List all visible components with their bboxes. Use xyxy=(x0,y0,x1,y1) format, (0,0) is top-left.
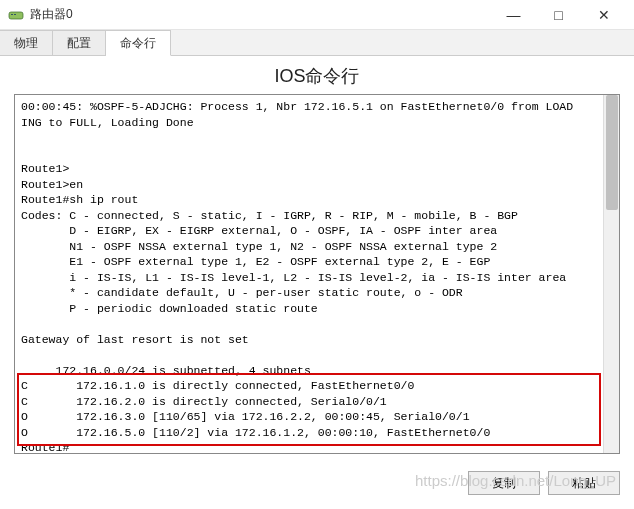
terminal-scrollbar[interactable] xyxy=(603,95,619,453)
terminal-line: i - IS-IS, L1 - IS-IS level-1, L2 - IS-I… xyxy=(21,271,566,284)
maximize-button[interactable]: □ xyxy=(536,1,581,29)
terminal-container: 00:00:45: %OSPF-5-ADJCHG: Process 1, Nbr… xyxy=(14,94,620,454)
action-buttons: 复制 粘贴 xyxy=(468,471,620,495)
paste-button[interactable]: 粘贴 xyxy=(548,471,620,495)
tab-bar: 物理 配置 命令行 xyxy=(0,30,634,56)
terminal-line: 00:00:45: %OSPF-5-ADJCHG: Process 1, Nbr… xyxy=(21,100,573,113)
terminal-line: Route1# xyxy=(21,441,69,454)
tab-physical[interactable]: 物理 xyxy=(0,30,53,55)
terminal-line: D - EIGRP, EX - EIGRP external, O - OSPF… xyxy=(21,224,497,237)
terminal-line: Codes: C - connected, S - static, I - IG… xyxy=(21,209,518,222)
terminal-output[interactable]: 00:00:45: %OSPF-5-ADJCHG: Process 1, Nbr… xyxy=(21,99,613,454)
router-icon xyxy=(8,7,24,23)
terminal-line: C 172.16.2.0 is directly connected, Seri… xyxy=(21,395,387,408)
terminal-line: Route1#sh ip rout xyxy=(21,193,138,206)
close-button[interactable]: ✕ xyxy=(581,1,626,29)
svg-rect-1 xyxy=(11,14,13,15)
content-title: IOS命令行 xyxy=(0,56,634,94)
terminal-line: ING to FULL, Loading Done xyxy=(21,116,194,129)
terminal-line: O 172.16.5.0 [110/2] via 172.16.1.2, 00:… xyxy=(21,426,490,439)
tab-config[interactable]: 配置 xyxy=(53,30,106,55)
scrollbar-thumb[interactable] xyxy=(606,95,618,210)
terminal-line: Route1> xyxy=(21,162,69,175)
terminal-line: C 172.16.1.0 is directly connected, Fast… xyxy=(21,379,414,392)
terminal-line: P - periodic downloaded static route xyxy=(21,302,318,315)
terminal-line: O 172.16.3.0 [110/65] via 172.16.2.2, 00… xyxy=(21,410,470,423)
terminal-line: Gateway of last resort is not set xyxy=(21,333,249,346)
svg-rect-2 xyxy=(14,14,16,15)
terminal-line: * - candidate default, U - per-user stat… xyxy=(21,286,463,299)
terminal-line: 172.16.0.0/24 is subnetted, 4 subnets xyxy=(21,364,311,377)
svg-rect-0 xyxy=(9,12,23,19)
minimize-button[interactable]: — xyxy=(491,1,536,29)
window-title: 路由器0 xyxy=(30,6,491,23)
title-bar: 路由器0 — □ ✕ xyxy=(0,0,634,30)
terminal-line: E1 - OSPF external type 1, E2 - OSPF ext… xyxy=(21,255,490,268)
window-controls: — □ ✕ xyxy=(491,1,626,29)
terminal-line: Route1>en xyxy=(21,178,83,191)
terminal-line: N1 - OSPF NSSA external type 1, N2 - OSP… xyxy=(21,240,497,253)
copy-button[interactable]: 复制 xyxy=(468,471,540,495)
tab-cli[interactable]: 命令行 xyxy=(106,30,171,56)
